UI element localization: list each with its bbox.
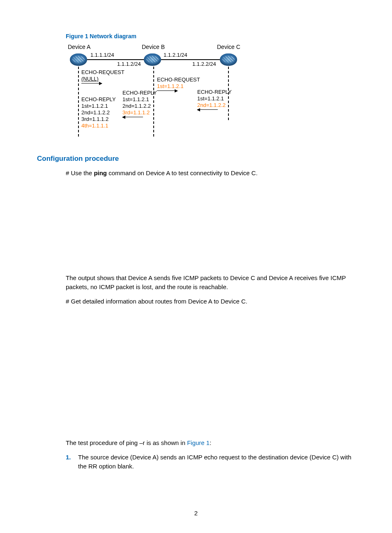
command-name: ping	[94, 169, 107, 176]
device-b-label: Device B	[142, 44, 165, 50]
text: The test procedure of ping –r is as show…	[66, 439, 187, 446]
reply-hop-highlight: 2nd=1.1.2.2	[197, 102, 226, 109]
timeline	[78, 67, 79, 137]
echo-request-label: ECHO-REQUEST	[81, 69, 125, 76]
arrow-icon	[81, 83, 102, 83]
list-number: 1.	[66, 453, 78, 471]
timeline	[153, 67, 154, 137]
figure-crossref-link[interactable]: Figure 1	[187, 439, 210, 446]
link-line	[161, 59, 220, 60]
ip-label: 1.1.2.2/24	[192, 61, 216, 67]
reply-hop-highlight: 3rd=1.1.1.2	[122, 109, 150, 116]
page-number: 2	[0, 510, 392, 517]
echo-reply-label: ECHO-REPLY	[81, 96, 116, 103]
text: # Use the	[66, 169, 94, 176]
network-diagram: Device A Device B Device C 1.1.1.1/24 1.…	[62, 44, 275, 146]
body-paragraph: # Get detailed information about routes …	[66, 297, 355, 306]
arrow-icon	[122, 117, 143, 117]
arrow-icon	[157, 90, 178, 91]
reply-hop: 1st=1.1.2.1	[122, 96, 149, 103]
arrow-icon	[197, 109, 218, 110]
echo-reply-label: ECHO-REPLY	[122, 90, 157, 97]
router-icon	[70, 53, 87, 66]
ip-label: 1.1.1.2/24	[117, 61, 141, 67]
reply-hop: 3rd=1.1.1.2	[81, 116, 108, 123]
text: command on Device A to test connectivity…	[107, 169, 258, 176]
section-heading: Configuration procedure	[37, 155, 355, 163]
reply-hop: 1st=1.1.2.1	[197, 95, 224, 102]
ip-label: 1.1.2.1/24	[164, 52, 187, 58]
body-paragraph: # Use the ping command on Device A to te…	[66, 169, 355, 178]
text: :	[210, 439, 211, 446]
device-a-label: Device A	[68, 44, 90, 50]
reply-hop: 2nd=1.1.2.2	[122, 103, 151, 110]
whitespace	[37, 311, 355, 438]
echo-reply-label: ECHO-REPLY	[197, 89, 232, 96]
body-paragraph: The test procedure of ping –r is as show…	[66, 438, 355, 448]
ordered-list-item: 1. The source device (Device A) sends an…	[66, 453, 355, 471]
figure-caption: Figure 1 Network diagram	[66, 33, 355, 39]
router-icon	[144, 53, 161, 66]
echo-request-label: ECHO-REQUEST	[157, 76, 200, 83]
device-c-label: Device C	[217, 44, 240, 50]
router-icon	[220, 53, 237, 66]
whitespace	[37, 183, 355, 273]
reply-hop: 2nd=1.1.2.2	[81, 109, 110, 116]
reply-hop-highlight: 4th=1.1.1.1	[81, 123, 108, 130]
request-hop-highlight: 1st=1.1.2.1	[157, 83, 184, 90]
reply-hop: 1st=1.1.2.1	[81, 103, 108, 110]
page: Figure 1 Network diagram Device A Device…	[0, 0, 392, 533]
link-line	[87, 59, 144, 60]
echo-request-null: (NULL)	[81, 76, 99, 83]
body-paragraph: The output shows that Device A sends fiv…	[66, 273, 355, 292]
ip-label: 1.1.1.1/24	[90, 52, 114, 58]
list-text: The source device (Device A) sends an IC…	[78, 453, 355, 471]
